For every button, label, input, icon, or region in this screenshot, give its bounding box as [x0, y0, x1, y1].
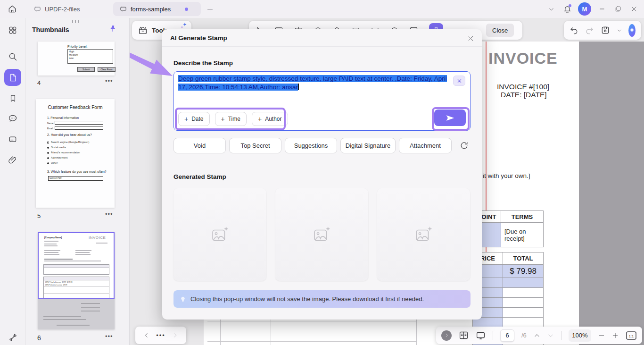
table-cell	[503, 287, 544, 298]
page-menu-button[interactable]: •••	[105, 210, 113, 218]
page-up-icon[interactable]	[534, 332, 540, 339]
page-down-icon[interactable]	[547, 332, 554, 339]
mini-section: 1. Personal Information	[47, 116, 79, 119]
chips-highlight-annotation	[175, 108, 286, 130]
page-menu-button[interactable]: •••	[105, 77, 113, 84]
mini-clear-button: Clear Form	[98, 67, 116, 72]
mini-section: 2. How did you hear about us?	[47, 133, 92, 136]
terms-table-value: [Due on receipt]	[501, 222, 544, 247]
sidebar-item-search[interactable]	[4, 48, 21, 65]
pin-icon[interactable]	[109, 25, 117, 33]
sidebar-item-thumbnails[interactable]	[4, 69, 21, 86]
mini-option: Social media	[51, 146, 66, 149]
page-menu-button[interactable]: •••	[105, 333, 113, 340]
preset-top-secret-button[interactable]: Top Secret	[229, 138, 281, 153]
avatar[interactable]: M	[578, 2, 591, 16]
table-cell	[503, 307, 544, 318]
notifications-button[interactable]	[559, 1, 575, 17]
window-titlebar: UPDF-2-files forms-samples M	[0, 0, 644, 18]
thumbnail-page-4[interactable]: Priority Level: HighMediumLow Submit Cle…	[38, 42, 115, 76]
dialog-close-button[interactable]	[466, 34, 475, 43]
close-tool-label: Close	[492, 27, 508, 34]
tab-updf-2-files[interactable]: UPDF-2-files	[27, 2, 86, 16]
preset-suggestions-button[interactable]: Suggestions	[285, 138, 337, 153]
thumbnails-pager: •••	[135, 327, 186, 344]
collapse-statusbar-button[interactable]	[441, 330, 452, 341]
thumbnail-page-5[interactable]: Customer Feedback Form 1. Personal Infor…	[36, 99, 115, 208]
prev-page-icon[interactable]	[143, 332, 149, 338]
mini-option: Search engine (Google/Bing/etc.)	[51, 141, 89, 143]
next-page-icon[interactable]	[172, 332, 178, 338]
save-dropdown-chevron-icon[interactable]	[617, 28, 622, 33]
ai-assistant-button[interactable]	[628, 24, 636, 37]
ai-sparkle-icon	[180, 22, 188, 29]
close-window-button[interactable]	[626, 1, 642, 17]
redo-icon[interactable]	[585, 26, 594, 35]
sidebar-item-apps[interactable]	[4, 22, 21, 39]
bookmark-icon	[8, 94, 17, 103]
chevron-down-icon	[548, 6, 554, 12]
stamp-placeholder-card[interactable]	[275, 188, 368, 281]
stamp-placeholder-card[interactable]	[173, 188, 266, 281]
grid-icon	[8, 25, 17, 35]
preset-void-button[interactable]: Void	[173, 138, 226, 153]
actual-size-button[interactable]: 1:1	[626, 330, 637, 341]
table-cell	[503, 297, 544, 308]
document-fragment-text: it with your own.]	[483, 172, 530, 179]
mini-option: Advertisement	[51, 156, 67, 159]
preset-digital-signature-button[interactable]: Digital Signature	[340, 138, 396, 153]
table-gridline	[207, 321, 416, 321]
page-number-input[interactable]: 6	[500, 329, 514, 342]
zoom-in-icon[interactable]	[612, 332, 619, 339]
sidebar-item-comments[interactable]	[4, 110, 21, 127]
tabs-dropdown-button[interactable]	[543, 1, 559, 17]
mini-radio	[47, 162, 49, 164]
page-layout-icon[interactable]	[459, 330, 469, 340]
more-pages-button[interactable]: •••	[156, 332, 165, 339]
table-gridline	[220, 320, 221, 345]
mini-form-title: Customer Feedback Form	[36, 105, 115, 110]
save-icon[interactable]	[601, 25, 610, 35]
mini-invoice-title: INVOICE	[89, 236, 106, 240]
mini-option: Other: ____________	[51, 161, 76, 164]
new-tab-button[interactable]	[205, 4, 215, 14]
home-icon	[8, 4, 17, 14]
preset-attachment-button[interactable]: Attachment	[399, 138, 452, 153]
sidebar-item-print[interactable]	[4, 131, 21, 148]
panel-title: Thumbnails	[32, 26, 69, 34]
generated-stamp-label: Generated Stamp	[173, 173, 226, 180]
restore-button[interactable]	[610, 1, 626, 17]
undo-icon[interactable]	[570, 26, 578, 35]
zoom-out-icon[interactable]	[598, 332, 605, 339]
mini-checkbox	[47, 142, 49, 143]
close-tool-button[interactable]: Close	[486, 24, 514, 37]
mini-submit-button: Submit	[77, 67, 95, 72]
page-number: 6	[37, 334, 41, 342]
close-icon	[457, 78, 462, 84]
stamp-placeholder-card[interactable]	[377, 188, 470, 281]
zoom-level-button[interactable]: 100%	[569, 329, 591, 342]
home-button[interactable]	[6, 2, 19, 16]
refresh-presets-icon[interactable]	[460, 141, 469, 150]
sidebar-item-bookmarks[interactable]	[4, 90, 21, 107]
mini-form-label: Priority Level:	[67, 45, 87, 48]
chevron-right-icon	[444, 333, 449, 338]
tab-forms-samples[interactable]: forms-samples	[113, 2, 201, 16]
invoice-title: INVOICE	[488, 49, 558, 67]
panel-drag-handle[interactable]	[72, 20, 79, 23]
document-tab-icon	[120, 6, 127, 13]
thumbnail-page-6[interactable]: [Company Name] INVOICE UPDF Yearly Licen…	[38, 232, 115, 329]
presentation-icon[interactable]	[476, 330, 486, 340]
mini-radio	[47, 147, 49, 149]
prompt-text-wrap: Deep green rubber stamp style, distresse…	[178, 75, 452, 91]
clear-prompt-button[interactable]	[453, 76, 465, 86]
dialog-title: AI Generate Stamp	[170, 34, 227, 42]
search-icon	[8, 52, 17, 61]
left-rail	[0, 18, 26, 345]
notice-banner: Closing this pop-up window will not save…	[173, 290, 471, 308]
minimize-button[interactable]	[594, 1, 610, 17]
sidebar-item-attachments[interactable]	[4, 151, 21, 168]
table-gridline	[207, 341, 416, 342]
svg-text:1:1: 1:1	[629, 334, 634, 338]
sidebar-item-pen-tools[interactable]	[4, 328, 21, 345]
